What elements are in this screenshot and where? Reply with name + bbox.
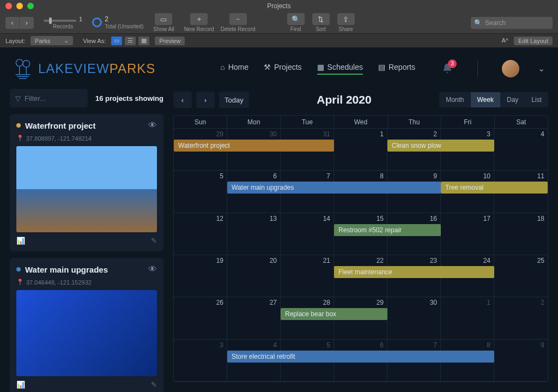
filter-input[interactable]: ▽ Filter... (10, 89, 88, 107)
new-record-button[interactable]: ＋ (190, 13, 208, 25)
edit-icon[interactable]: ✎ (151, 237, 157, 245)
calendar-day[interactable]: 19 (174, 255, 227, 297)
calendar-view-list[interactable]: List (525, 92, 548, 107)
calendar-view-day[interactable]: Day (500, 92, 525, 107)
day-number: 23 (430, 257, 437, 264)
next-record-button[interactable]: › (20, 17, 34, 29)
calendar-view-switch: MonthWeekDayList (439, 92, 548, 107)
nav-reports[interactable]: ▤Reports (378, 63, 415, 75)
day-number: 8 (487, 341, 490, 349)
calendar-day[interactable]: 9 (494, 340, 548, 381)
nav-home[interactable]: ⌂Home (220, 63, 248, 75)
calendar-day[interactable]: 25 (494, 255, 548, 297)
delete-record-button[interactable]: － (229, 13, 247, 25)
calendar-event[interactable]: Restroom #502 repair (334, 224, 441, 236)
brand-logo: LAKEVIEWPARKS (13, 59, 155, 79)
calendar-day[interactable]: 20 (227, 255, 281, 297)
notification-badge: 3 (448, 59, 457, 68)
day-header: Sun (174, 116, 227, 128)
show-all-button[interactable]: ▭ (155, 13, 172, 25)
calendar-area: ‹ › Today April 2020 MonthWeekDayList Su… (173, 89, 548, 382)
view-list-button[interactable]: ☰ (125, 37, 136, 45)
minimize-window[interactable] (16, 3, 23, 9)
user-menu-chevron-icon[interactable]: ⌄ (538, 63, 545, 74)
chart-icon[interactable]: 📊 (16, 237, 25, 245)
day-number: 29 (216, 130, 223, 138)
status-dot (16, 267, 21, 272)
calendar-view-month[interactable]: Month (439, 92, 470, 107)
view-icon[interactable]: 👁 (148, 264, 157, 274)
calendar-day[interactable]: 18 (494, 213, 548, 255)
cal-today-button[interactable]: Today (219, 92, 249, 108)
project-card[interactable]: Water main upgrades 👁 📍37.046448, -121.1… (10, 258, 163, 392)
calendar-day[interactable]: 14 (281, 213, 334, 255)
user-avatar[interactable] (502, 60, 519, 77)
day-number: 16 (430, 215, 437, 222)
day-number: 17 (483, 215, 490, 222)
day-header: Fri (441, 116, 495, 128)
text-format-button[interactable]: Aᴬ (502, 37, 508, 44)
project-coords: 📍37.808897, -121.748214 (16, 135, 157, 142)
calendar-event[interactable]: Replace bear box (281, 308, 387, 320)
project-card[interactable]: Waterfront project 👁 📍37.808897, -121.74… (10, 114, 163, 251)
day-number: 3 (487, 130, 490, 138)
calendar-day[interactable]: 3 (174, 340, 227, 381)
calendar-event[interactable]: Store electrical retrofit (227, 351, 494, 363)
calendar-event[interactable]: Clean snow plow (387, 140, 494, 152)
sort-button[interactable]: ⇅ (312, 13, 330, 25)
calendar-event[interactable]: Water main upgrades (227, 182, 441, 194)
prev-record-button[interactable]: ‹ (5, 17, 20, 29)
layout-bar: Layout: Parks⌄ View As: ▭ ☰ ▦ Preview Aᴬ… (0, 34, 558, 48)
calendar-event[interactable]: Fleet maintenance (334, 266, 494, 278)
calendar-day[interactable]: 26 (174, 297, 227, 339)
calendar-day[interactable]: 4 (494, 129, 548, 170)
calendar-day[interactable]: 12 (174, 213, 227, 255)
calendar-view-week[interactable]: Week (471, 92, 500, 107)
calendar-day[interactable]: 17 (441, 213, 494, 255)
notifications-button[interactable]: 3 (441, 63, 453, 75)
calendar-event[interactable]: Waterfront project (174, 140, 334, 152)
find-button[interactable]: 🔍 (287, 13, 305, 25)
close-window[interactable] (5, 3, 12, 9)
day-number: 5 (220, 172, 223, 180)
search-input[interactable]: 🔍 Search (471, 17, 553, 29)
calendar-day[interactable]: 5 (174, 171, 227, 212)
calendar-day[interactable]: 2 (494, 297, 548, 339)
day-number: 15 (377, 215, 384, 222)
day-number: 22 (377, 257, 384, 264)
calendar-day[interactable]: 13 (227, 213, 281, 255)
cal-next-button[interactable]: › (196, 92, 215, 108)
view-icon[interactable]: 👁 (148, 120, 157, 130)
cal-prev-button[interactable]: ‹ (173, 92, 192, 108)
view-table-button[interactable]: ▦ (138, 37, 149, 45)
nav-schedules[interactable]: ▦Schedules (317, 63, 363, 75)
day-number: 4 (541, 130, 544, 138)
view-form-button[interactable]: ▭ (111, 37, 122, 45)
calendar-day[interactable]: 27 (227, 297, 281, 339)
calendar-day[interactable]: 21 (281, 255, 334, 297)
window-titlebar: Projects (0, 0, 558, 12)
day-number: 9 (541, 341, 544, 349)
chart-icon[interactable]: 📊 (16, 381, 25, 389)
day-number: 1 (487, 299, 490, 306)
edit-icon[interactable]: ✎ (151, 381, 157, 389)
records-slider[interactable] (44, 20, 76, 22)
maximize-window[interactable] (27, 3, 34, 9)
calendar-day[interactable]: 1 (441, 297, 494, 339)
preview-button[interactable]: Preview (155, 37, 185, 45)
calendar-day[interactable]: 1 (334, 129, 387, 170)
filter-status: 16 projects showing (95, 94, 163, 102)
nav-projects[interactable]: ⚒Projects (264, 63, 302, 75)
day-number: 8 (380, 172, 384, 180)
day-number: 2 (433, 130, 437, 138)
share-button[interactable]: ⇪ (337, 13, 355, 25)
hammer-icon: ⚒ (264, 63, 271, 71)
layout-select[interactable]: Parks⌄ (31, 36, 73, 45)
day-number: 28 (323, 299, 330, 306)
day-number: 1 (380, 130, 384, 138)
calendar-event[interactable]: Tree removal (441, 182, 548, 194)
calendar-icon: ▦ (317, 63, 324, 71)
calendar-day[interactable]: 30 (387, 297, 441, 339)
filter-icon: ▽ (15, 94, 21, 102)
edit-layout-button[interactable]: Edit Layout (514, 37, 553, 45)
